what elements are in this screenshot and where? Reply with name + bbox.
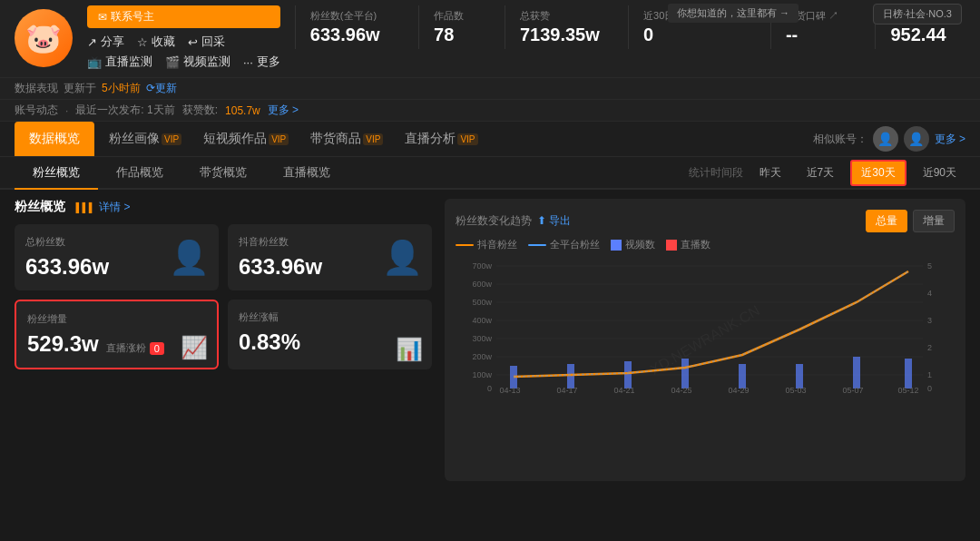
account-dynamic-bar: 账号动态 · 最近一次发布: 1天前 获赞数: 105.7w 更多 > <box>0 99 980 121</box>
chart-header: 粉丝数变化趋势 ⬆ 导出 总量 增量 <box>456 210 955 232</box>
legend-douyin: 抖音粉丝 <box>456 238 517 251</box>
svg-rect-27 <box>853 357 860 389</box>
main-tab-nav: 数据概览 粉丝画像 VIP 短视频作品 VIP 带货商品 VIP 直播分析 VI… <box>0 122 980 157</box>
time-btn-yesterday[interactable]: 昨天 <box>750 162 790 184</box>
svg-rect-28 <box>905 359 912 389</box>
svg-text:04-21: 04-21 <box>613 386 634 395</box>
stat-likes: 总获赞 7139.35w <box>505 5 629 49</box>
stat-works: 作品数 78 <box>419 5 505 49</box>
section-header: 粉丝概览 ▐▐▐ 详情 > <box>15 199 432 215</box>
svg-rect-26 <box>796 364 803 389</box>
section-icon: ▐▐▐ <box>73 202 92 212</box>
svg-text:500w: 500w <box>472 298 492 307</box>
share-button[interactable]: ↗ 分享 <box>87 34 124 50</box>
stats-cards-grid: 总粉丝数 633.96w 👤 抖音粉丝数 633.96w 👤 粉丝增量 529.… <box>15 224 432 369</box>
sub-tab-works[interactable]: 作品概览 <box>98 157 181 190</box>
chart-legend: 抖音粉丝 全平台粉丝 视频数 直播数 <box>456 238 955 251</box>
person-icon: 👤 <box>169 239 210 277</box>
legend-videos: 视频数 <box>611 238 655 251</box>
svg-text:100w: 100w <box>472 370 492 379</box>
time-btn-90days[interactable]: 近90天 <box>914 162 965 184</box>
card-douyin-fans: 抖音粉丝数 633.96w 👤 <box>228 224 432 290</box>
svg-text:1: 1 <box>927 370 932 379</box>
chart-area: 700w 600w 500w 400w 300w 200w 100w 0 5 4… <box>456 257 955 400</box>
chart-panel: XD.NEWRANK.CN 粉丝数变化趋势 ⬆ 导出 总量 增量 抖音粉丝 全平… <box>445 199 965 481</box>
chart-controls: 总量 增量 <box>866 210 955 232</box>
notify-bar: 你想知道的，这里都有 → <box>668 4 799 23</box>
tab-videos[interactable]: 短视频作品 VIP <box>192 122 299 156</box>
svg-text:04-17: 04-17 <box>556 386 577 395</box>
collect-button[interactable]: ☆ 收藏 <box>137 34 175 50</box>
sub-tab-live[interactable]: 直播概览 <box>265 157 348 190</box>
tab-overview[interactable]: 数据概览 <box>15 122 94 156</box>
svg-text:04-25: 04-25 <box>671 386 691 395</box>
profile-left: ✉ 联系号主 ↗ 分享 ☆ 收藏 ↩ 回采 📺 直播监测 🎬 视频监测 ··· … <box>87 5 280 70</box>
chart-delta-button[interactable]: 增量 <box>913 210 955 232</box>
time-btn-7days[interactable]: 近7天 <box>798 162 844 184</box>
chart-total-button[interactable]: 总量 <box>866 210 907 232</box>
sub-tab-fans[interactable]: 粉丝概览 <box>15 157 98 190</box>
svg-text:04-29: 04-29 <box>728 386 749 395</box>
svg-text:400w: 400w <box>472 316 492 325</box>
action-row: ↗ 分享 ☆ 收藏 ↩ 回采 <box>87 34 280 50</box>
update-bar: 数据表现 更新于 5小时前 ⟳更新 <box>0 77 980 99</box>
tab-goods[interactable]: 带货商品 VIP <box>299 122 394 156</box>
fans-section: 粉丝概览 ▐▐▐ 详情 > 总粉丝数 633.96w 👤 抖音粉丝数 633.9… <box>15 199 432 481</box>
chart-title-row: 粉丝数变化趋势 ⬆ 导出 <box>456 213 571 229</box>
svg-text:05-12: 05-12 <box>897 386 918 395</box>
legend-live: 直播数 <box>666 238 710 251</box>
svg-rect-23 <box>624 361 632 389</box>
profile-stats-row: 🐷 ✉ 联系号主 ↗ 分享 ☆ 收藏 ↩ 回采 📺 直播监测 🎬 视频监测 ··… <box>0 5 980 77</box>
tab-live[interactable]: 直播分析 VIP <box>394 122 488 156</box>
contact-button[interactable]: ✉ 联系号主 <box>87 5 280 28</box>
video-monitor-button[interactable]: 🎬 视频监测 <box>165 54 230 70</box>
svg-text:200w: 200w <box>472 352 492 361</box>
rank-badge: 日榜·社会·NO.3 <box>873 4 962 25</box>
action-row-2: 📺 直播监测 🎬 视频监测 ··· 更多 <box>87 54 280 70</box>
stats-row: 粉丝数(全平台) 633.96w 作品数 78 总获赞 7139.35w 近30… <box>295 5 965 49</box>
svg-text:700w: 700w <box>472 261 492 270</box>
svg-rect-22 <box>567 364 574 389</box>
similar-avatar-2[interactable]: 👤 <box>904 126 929 152</box>
live-monitor-button[interactable]: 📺 直播监测 <box>87 54 152 70</box>
detail-link[interactable]: 详情 > <box>99 200 130 215</box>
refresh-button[interactable]: ⟳更新 <box>146 81 177 96</box>
svg-text:2: 2 <box>927 343 932 352</box>
sub-tab-goods[interactable]: 带货概览 <box>181 157 265 190</box>
svg-text:0: 0 <box>927 384 932 393</box>
section-title: 粉丝概览 <box>15 199 65 215</box>
more-actions-button[interactable]: ··· 更多 <box>243 54 280 70</box>
tab-fans-portrait[interactable]: 粉丝画像 VIP <box>98 122 192 156</box>
time-btn-30days[interactable]: 近30天 <box>850 160 906 186</box>
growth-chart-icon: 📈 <box>181 335 208 360</box>
sub-tab-nav: 粉丝概览 作品概览 带货概览 直播概览 统计时间段 昨天 近7天 近30天 近9… <box>0 157 980 190</box>
export-button[interactable]: ⬆ 导出 <box>537 213 571 229</box>
card-growth-rate: 粉丝涨幅 0.83% 📊 <box>228 300 432 369</box>
dynamic-more-link[interactable]: 更多 > <box>268 103 299 118</box>
person-icon-2: 👤 <box>382 239 423 277</box>
svg-text:0: 0 <box>487 384 492 393</box>
avatar: 🐷 <box>15 9 73 67</box>
svg-text:5: 5 <box>927 261 932 270</box>
svg-text:04-13: 04-13 <box>499 386 520 395</box>
svg-rect-24 <box>681 359 689 389</box>
svg-text:3: 3 <box>927 316 932 325</box>
svg-text:05-07: 05-07 <box>842 386 863 395</box>
similar-avatar-1[interactable]: 👤 <box>873 126 898 152</box>
time-filter: 统计时间段 昨天 近7天 近30天 近90天 <box>689 160 965 186</box>
svg-text:300w: 300w <box>472 334 492 343</box>
more-similar-link[interactable]: 更多 > <box>935 132 965 147</box>
stat-fans-all: 粉丝数(全平台) 633.96w <box>310 5 419 49</box>
growth-icon: 📊 <box>396 337 423 362</box>
chart-svg: 700w 600w 500w 400w 300w 200w 100w 0 5 4… <box>456 257 955 398</box>
main-content: 粉丝概览 ▐▐▐ 详情 > 总粉丝数 633.96w 👤 抖音粉丝数 633.9… <box>0 190 980 490</box>
card-total-fans: 总粉丝数 633.96w 👤 <box>15 224 219 290</box>
svg-text:05-03: 05-03 <box>785 386 806 395</box>
similar-accounts: 相似账号： 👤 👤 更多 > <box>813 126 965 152</box>
recall-button[interactable]: ↩ 回采 <box>188 34 225 50</box>
svg-rect-25 <box>739 364 746 389</box>
svg-text:600w: 600w <box>472 280 492 289</box>
card-fans-growth: 粉丝增量 529.3w 直播涨粉 0 📈 <box>15 300 219 369</box>
svg-text:4: 4 <box>927 289 932 298</box>
legend-all-platform: 全平台粉丝 <box>528 238 600 251</box>
